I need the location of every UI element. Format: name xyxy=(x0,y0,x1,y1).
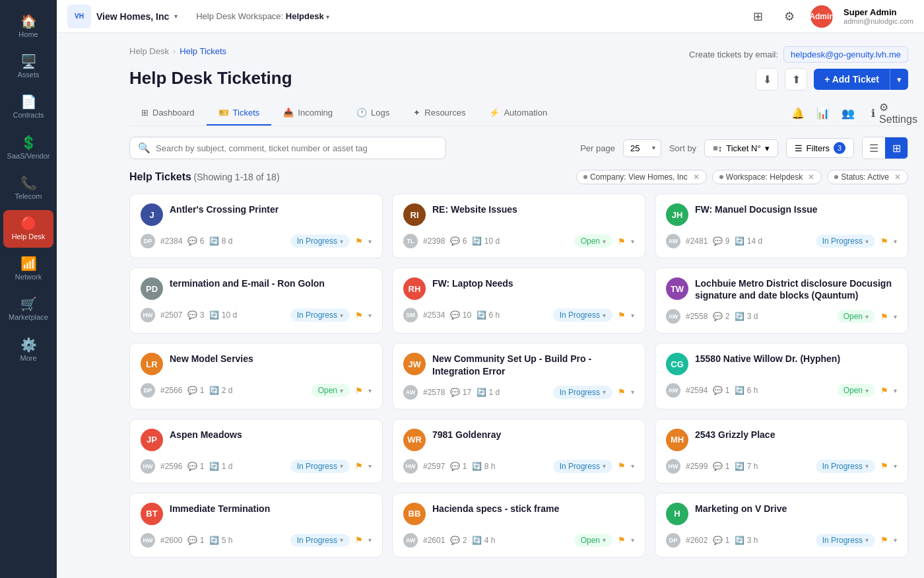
sidebar-label-more: More xyxy=(20,354,36,363)
settings-icon[interactable]: ⚙ xyxy=(779,6,800,27)
ticket-comments: 💬 10 xyxy=(450,310,471,320)
ticket-card[interactable]: BB Hacienda specs - stick frame AW #2601… xyxy=(392,493,645,558)
search-input[interactable] xyxy=(156,143,438,153)
ticket-card[interactable]: CG 15580 Native Willow Dr. (Hyphen) AW #… xyxy=(655,343,908,409)
tab-dashboard[interactable]: ⊞ Dashboard xyxy=(129,101,207,126)
status-badge[interactable]: In Progress ▾ xyxy=(290,460,350,473)
flag-icon[interactable]: ⚑ xyxy=(355,386,363,396)
ticket-card[interactable]: WR 7981 Goldenray HW #2597 💬 1 🔄 8 h In … xyxy=(392,419,645,484)
flag-icon[interactable]: ⚑ xyxy=(618,387,626,397)
user-avatar[interactable]: Admin xyxy=(810,5,833,28)
ticket-card[interactable]: JH FW: Manuel Docusign Issue AW #2481 💬 … xyxy=(655,194,908,258)
status-badge[interactable]: Open ▾ xyxy=(574,235,612,248)
tab-tickets[interactable]: 🎫 Tickets xyxy=(207,101,272,126)
breadcrumb-parent[interactable]: Help Desk xyxy=(129,46,169,56)
flag-icon[interactable]: ⚑ xyxy=(880,312,888,322)
ticket-card[interactable]: PD termination and E-mail - Ron Golon HW… xyxy=(129,268,383,334)
view-toggle: ☰ ⊞ xyxy=(862,137,908,159)
ticket-card[interactable]: RH FW: Laptop Needs SM #2534 💬 10 🔄 6 h … xyxy=(392,268,645,334)
status-badge[interactable]: Open ▾ xyxy=(837,310,875,323)
flag-icon[interactable]: ⚑ xyxy=(355,461,363,471)
flag-icon[interactable]: ⚑ xyxy=(880,461,888,471)
sidebar-item-help-desk[interactable]: 🔴 Help Desk xyxy=(3,210,53,248)
tab-incoming[interactable]: 📥 Incoming xyxy=(271,101,345,126)
tab-logs[interactable]: 🕐 Logs xyxy=(345,101,401,126)
flag-icon[interactable]: ⚑ xyxy=(618,310,626,320)
flag-icon[interactable]: ⚑ xyxy=(355,535,363,545)
ticket-card[interactable]: JP Aspen Meadows HW #2596 💬 1 🔄 1 d In P… xyxy=(129,419,383,484)
logo: VH View Homes, Inc ▾ xyxy=(67,5,178,28)
ticket-number: #2558 xyxy=(686,312,708,321)
search-box[interactable]: 🔍 xyxy=(129,137,446,159)
bell-icon[interactable]: 🔔 xyxy=(788,104,808,124)
ticket-card[interactable]: MH 2543 Grizzly Place HW #2599 💬 1 🔄 7 h… xyxy=(655,419,908,484)
breadcrumb: Help Desk › Help Tickets xyxy=(129,46,226,56)
tab-settings-icon[interactable]: ⚙ Settings xyxy=(888,104,908,124)
workspace-name[interactable]: Helpdesk xyxy=(286,11,324,21)
status-badge[interactable]: In Progress ▾ xyxy=(816,235,875,248)
sidebar-item-network[interactable]: 📶 Network xyxy=(3,250,53,288)
sidebar-item-home[interactable]: 🏠 Home xyxy=(3,8,53,46)
sidebar-item-marketplace[interactable]: 🛒 Marketplace xyxy=(3,291,53,328)
sidebar-item-more[interactable]: ⚙️ More xyxy=(3,332,53,369)
sort-button[interactable]: ≡↕ Ticket N° ▾ xyxy=(704,139,777,157)
status-badge[interactable]: Open ▾ xyxy=(574,534,612,547)
flag-icon[interactable]: ⚑ xyxy=(880,236,888,246)
flag-icon[interactable]: ⚑ xyxy=(355,236,363,246)
ticket-comments: 💬 9 xyxy=(713,236,729,246)
filter-button[interactable]: ☰ Filters 3 xyxy=(786,138,854,158)
list-view-button[interactable]: ☰ xyxy=(863,137,885,159)
status-badge[interactable]: Open ▾ xyxy=(837,384,875,397)
flag-icon[interactable]: ⚑ xyxy=(618,236,626,246)
flag-icon[interactable]: ⚑ xyxy=(880,535,888,545)
flag-icon[interactable]: ⚑ xyxy=(355,310,363,320)
status-badge[interactable]: In Progress ▾ xyxy=(553,386,612,399)
download-icon[interactable]: ⬇ xyxy=(756,68,778,90)
sidebar-item-telecom[interactable]: 📞 Telecom xyxy=(3,170,53,207)
workspace-chevron[interactable]: ▾ xyxy=(326,13,329,20)
ticket-refresh: 🔄 6 h xyxy=(735,386,758,395)
add-ticket-dropdown[interactable]: ▾ xyxy=(890,69,908,90)
chart-icon[interactable]: 📊 xyxy=(813,104,833,124)
sidebar-item-contracts[interactable]: 📄 Contracts xyxy=(3,89,53,126)
ticket-top: WR 7981 Goldenray xyxy=(403,429,634,451)
ticket-card[interactable]: BT Immediate Termination HW #2600 💬 1 🔄 … xyxy=(129,493,383,558)
flag-icon[interactable]: ⚑ xyxy=(618,535,626,545)
ticket-comments: 💬 1 xyxy=(713,536,729,545)
apps-icon[interactable]: ⊞ xyxy=(747,6,768,27)
sidebar-label-help-desk: Help Desk xyxy=(12,233,46,241)
ticket-number: #2599 xyxy=(686,462,708,471)
sidebar-item-assets[interactable]: 🖥️ Assets xyxy=(3,48,53,86)
ticket-card[interactable]: RI RE: Website Issues TL #2398 💬 6 🔄 10 … xyxy=(392,194,645,258)
ticket-comments: 💬 6 xyxy=(450,236,467,246)
ticket-card[interactable]: JW New Community Set Up - Build Pro - In… xyxy=(392,343,645,409)
ticket-card[interactable]: J Antler's Crossing Printer DP #2384 💬 6… xyxy=(129,194,383,258)
add-ticket-button[interactable]: + Add Ticket xyxy=(814,69,890,90)
company-chevron[interactable]: ▾ xyxy=(174,13,178,20)
ticket-card[interactable]: LR New Model Servies DP #2566 💬 1 🔄 2 d … xyxy=(129,343,383,409)
status-badge[interactable]: Open ▾ xyxy=(312,384,350,397)
people-icon[interactable]: 👥 xyxy=(838,104,858,124)
page-title: Help Desk Ticketing xyxy=(129,68,292,89)
status-badge[interactable]: In Progress ▾ xyxy=(553,460,612,473)
ticket-bottom: HW #2600 💬 1 🔄 5 h In Progress ▾ ⚑ ▾ xyxy=(141,533,372,548)
status-badge[interactable]: In Progress ▾ xyxy=(290,534,350,547)
status-badge[interactable]: In Progress ▾ xyxy=(290,308,350,322)
per-page-select[interactable]: 25 50 100 xyxy=(623,139,661,157)
grid-view-button[interactable]: ⊞ xyxy=(885,137,908,159)
ticket-number: #2578 xyxy=(423,388,445,397)
tab-resources[interactable]: ✦ Resources xyxy=(401,101,477,126)
tab-automation[interactable]: ⚡ Automation xyxy=(477,101,559,126)
status-badge[interactable]: In Progress ▾ xyxy=(290,235,350,248)
ticket-refresh: 🔄 4 h xyxy=(472,536,495,545)
ticket-card[interactable]: TW Lochbuie Metro District disclosure Do… xyxy=(655,268,908,334)
status-badge[interactable]: In Progress ▾ xyxy=(816,534,875,547)
upload-icon[interactable]: ⬆ xyxy=(785,68,807,90)
status-badge[interactable]: In Progress ▾ xyxy=(553,308,612,322)
ticket-avatar: CG xyxy=(666,353,688,375)
flag-icon[interactable]: ⚑ xyxy=(618,461,626,471)
sidebar-item-saas-vendor[interactable]: 💲 SaaS/Vendor xyxy=(3,129,53,167)
flag-icon[interactable]: ⚑ xyxy=(880,386,888,396)
ticket-card[interactable]: H Marketing on V Drive DP #2602 💬 1 🔄 3 … xyxy=(655,493,908,558)
status-badge[interactable]: In Progress ▾ xyxy=(816,460,875,473)
